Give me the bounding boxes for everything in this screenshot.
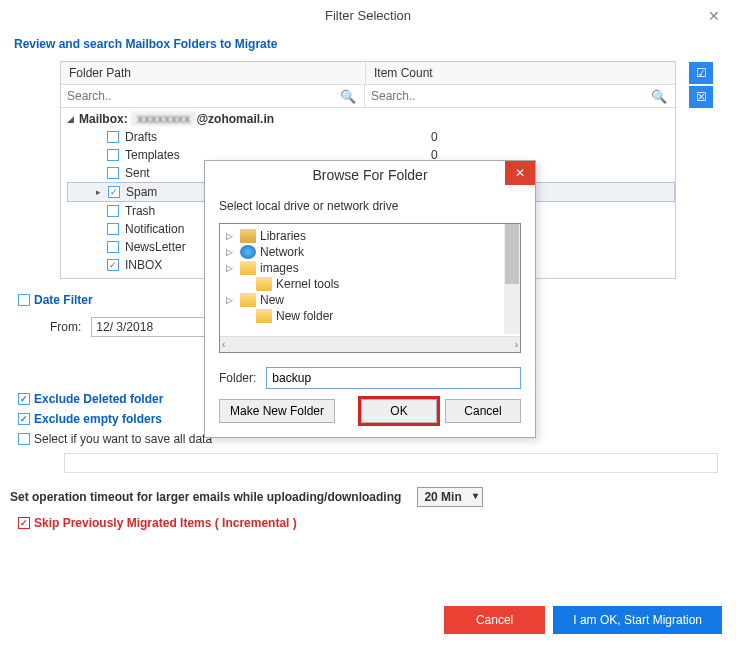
folder-icon: [256, 309, 272, 323]
checkbox-icon[interactable]: [107, 259, 119, 271]
column-header-path[interactable]: Folder Path: [61, 62, 365, 84]
ok-button[interactable]: OK: [361, 399, 437, 423]
timeout-dropdown[interactable]: 20 Min: [417, 487, 482, 507]
deselect-all-button[interactable]: ☒: [689, 86, 713, 108]
mailbox-root[interactable]: ◢ Mailbox: xxxxxxxx@zohomail.in: [67, 110, 675, 128]
window-title: Filter Selection: [0, 0, 736, 31]
from-date-input[interactable]: 12/ 3/2018: [91, 317, 211, 337]
checkbox-icon[interactable]: [108, 186, 120, 198]
cancel-button[interactable]: Cancel: [444, 606, 545, 634]
save-all-label: Select if you want to save all data: [34, 432, 212, 446]
dialog-folder-tree[interactable]: ▷ Libraries ▷ Network ▷ images Kernel to…: [219, 223, 521, 353]
dialog-cancel-button[interactable]: Cancel: [445, 399, 521, 423]
skip-migrated-checkbox[interactable]: [18, 517, 30, 529]
dialog-instruction: Select local drive or network drive: [219, 199, 521, 213]
folder-icon: [240, 293, 256, 307]
vertical-scrollbar[interactable]: [504, 224, 520, 334]
review-label: Review and search Mailbox Folders to Mig…: [0, 31, 736, 57]
close-icon[interactable]: ✕: [708, 8, 720, 24]
folder-icon: [256, 277, 272, 291]
horizontal-scrollbar[interactable]: ‹›: [220, 336, 520, 352]
date-filter-checkbox[interactable]: [18, 294, 30, 306]
timeout-label: Set operation timeout for larger emails …: [10, 490, 401, 504]
folder-field-label: Folder:: [219, 371, 256, 385]
folder-name-input[interactable]: [266, 367, 521, 389]
column-header-count[interactable]: Item Count: [365, 62, 675, 84]
tree-node-images[interactable]: ▷ images: [222, 260, 518, 276]
folder-icon: [240, 261, 256, 275]
start-migration-button[interactable]: I am OK, Start Migration: [553, 606, 722, 634]
network-icon: [240, 245, 256, 259]
libraries-icon: [240, 229, 256, 243]
make-new-folder-button[interactable]: Make New Folder: [219, 399, 335, 423]
tree-node-kernel-tools[interactable]: Kernel tools: [222, 276, 518, 292]
folder-row-drafts[interactable]: Drafts 0: [67, 128, 675, 146]
tree-node-new-folder[interactable]: New folder: [222, 308, 518, 324]
exclude-empty-checkbox[interactable]: [18, 413, 30, 425]
tree-node-network[interactable]: ▷ Network: [222, 244, 518, 260]
checkbox-icon[interactable]: [107, 241, 119, 253]
search-icon[interactable]: 🔍: [332, 89, 364, 104]
skip-migrated-label: Skip Previously Migrated Items ( Increme…: [34, 516, 297, 530]
search-icon[interactable]: 🔍: [643, 89, 675, 104]
checkbox-icon[interactable]: [107, 205, 119, 217]
select-all-button[interactable]: ☑: [689, 62, 713, 84]
checkbox-icon[interactable]: [107, 223, 119, 235]
search-folder-path-input[interactable]: [61, 85, 332, 107]
dialog-close-button[interactable]: ✕: [505, 161, 535, 185]
exclude-deleted-checkbox[interactable]: [18, 393, 30, 405]
from-label: From:: [50, 320, 81, 334]
browse-folder-dialog: Browse For Folder ✕ Select local drive o…: [204, 160, 536, 438]
tree-node-libraries[interactable]: ▷ Libraries: [222, 228, 518, 244]
exclude-empty-label: Exclude empty folders: [34, 412, 162, 426]
checkbox-icon[interactable]: [107, 167, 119, 179]
tree-node-new[interactable]: ▷ New: [222, 292, 518, 308]
dialog-title: Browse For Folder: [312, 167, 427, 183]
checkbox-icon[interactable]: [107, 149, 119, 161]
exclude-deleted-label: Exclude Deleted folder: [34, 392, 163, 406]
save-path-input[interactable]: [64, 453, 718, 473]
checkbox-icon[interactable]: [107, 131, 119, 143]
save-all-checkbox[interactable]: [18, 433, 30, 445]
search-item-count-input[interactable]: [365, 85, 643, 107]
date-filter-label: Date Filter: [34, 293, 93, 307]
